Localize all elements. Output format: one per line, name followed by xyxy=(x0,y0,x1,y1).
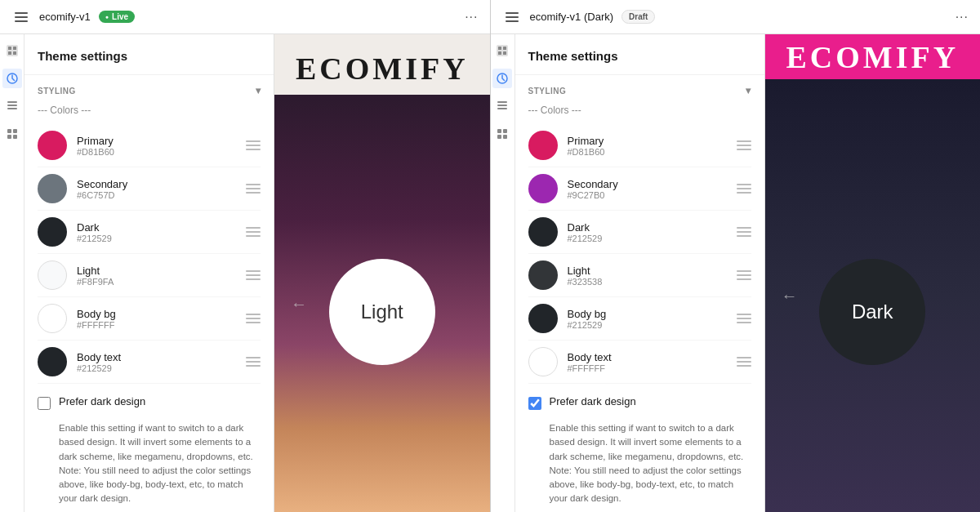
right-color-info-2: Dark #212529 xyxy=(568,221,737,243)
right-sidebar-grid[interactable] xyxy=(492,124,512,144)
left-color-item-0[interactable]: Primary #D81B60 xyxy=(38,124,261,167)
left-color-name-2: Dark xyxy=(77,221,246,234)
right-color-menu-3[interactable] xyxy=(737,270,751,280)
left-preview-arrow[interactable]: ← xyxy=(291,294,307,313)
svg-rect-61 xyxy=(737,278,751,280)
left-sidebar-grid[interactable] xyxy=(2,124,22,144)
right-sidebar-home[interactable] xyxy=(492,41,512,60)
left-color-item-1[interactable]: Secondary #6C757D xyxy=(38,167,261,211)
left-sidebar xyxy=(0,34,24,512)
svg-rect-64 xyxy=(737,322,751,323)
svg-rect-48 xyxy=(497,135,501,139)
left-color-menu-4[interactable] xyxy=(246,314,261,323)
svg-rect-66 xyxy=(737,361,751,363)
svg-rect-43 xyxy=(497,105,507,106)
svg-rect-18 xyxy=(246,149,261,150)
svg-rect-44 xyxy=(497,108,507,109)
right-color-hex-3: #323538 xyxy=(568,277,737,287)
right-color-name-4: Body bg xyxy=(568,308,737,320)
left-colors-list: Primary #D81B60 Secondary #6C757D xyxy=(38,124,261,384)
right-styling-section: STYLING ▾ --- Colors --- Primary #D81B60 xyxy=(515,75,764,384)
left-theme-panel: Theme settings STYLING ▾ --- Colors --- … xyxy=(24,34,274,512)
svg-rect-62 xyxy=(737,314,751,315)
right-prefer-dark-checkbox[interactable] xyxy=(528,397,541,410)
svg-rect-1 xyxy=(15,16,28,18)
svg-rect-21 xyxy=(246,192,261,194)
left-color-hex-0: #D81B60 xyxy=(77,147,246,157)
left-color-name-5: Body text xyxy=(77,351,246,363)
left-prefer-dark: Prefer dark design xyxy=(24,384,274,416)
left-panel-menu[interactable]: ··· xyxy=(465,10,478,24)
svg-rect-38 xyxy=(498,47,501,50)
svg-rect-3 xyxy=(7,45,18,56)
right-color-menu-2[interactable] xyxy=(737,227,751,237)
right-styling-chevron[interactable]: ▾ xyxy=(746,85,751,96)
left-color-item-2[interactable]: Dark #212529 xyxy=(38,211,261,254)
left-color-swatch-2 xyxy=(38,217,67,247)
right-sidebar-layers[interactable] xyxy=(492,96,512,116)
right-panel-menu[interactable]: ··· xyxy=(956,10,969,24)
left-color-menu-5[interactable] xyxy=(246,357,261,367)
left-color-info-3: Light #F8F9FA xyxy=(77,265,246,287)
right-color-item-4[interactable]: Body bg #212529 xyxy=(528,297,751,341)
right-color-item-1[interactable]: Secondary #9C27B0 xyxy=(528,167,751,211)
right-preview-circle: Dark xyxy=(819,259,925,365)
right-color-item-2[interactable]: Dark #212529 xyxy=(528,211,751,254)
svg-rect-26 xyxy=(246,274,261,276)
left-sidebar-home[interactable] xyxy=(2,41,22,60)
left-color-menu-2[interactable] xyxy=(246,227,261,237)
left-styling-section: STYLING ▾ --- Colors --- Primary #D81B60 xyxy=(24,75,274,384)
right-colors-list: Primary #D81B60 Secondary #9C27B0 xyxy=(528,124,751,384)
svg-rect-53 xyxy=(737,184,751,185)
left-prefer-dark-checkbox[interactable] xyxy=(38,397,51,410)
right-preview-header-bar: ECOMIFY xyxy=(765,34,981,79)
right-color-menu-4[interactable] xyxy=(737,314,751,323)
right-preview-arrow[interactable]: ← xyxy=(782,287,798,305)
left-color-item-3[interactable]: Light #F8F9FA xyxy=(38,254,261,297)
svg-rect-14 xyxy=(7,135,11,139)
right-color-name-5: Body text xyxy=(568,351,737,363)
left-preview-bg: ECOMIFY Light ← xyxy=(274,34,490,512)
left-sidebar-layers[interactable] xyxy=(2,96,22,116)
right-color-swatch-2 xyxy=(528,217,558,247)
right-color-menu-1[interactable] xyxy=(737,184,751,194)
left-styling-chevron[interactable]: ▾ xyxy=(256,85,261,96)
right-color-info-0: Primary #D81B60 xyxy=(568,135,737,157)
right-theme-panel: Theme settings STYLING ▾ --- Colors --- … xyxy=(515,34,765,512)
right-color-item-0[interactable]: Primary #D81B60 xyxy=(528,124,751,167)
left-sidebar-theme[interactable] xyxy=(2,69,22,88)
left-color-menu-3[interactable] xyxy=(246,270,261,280)
right-color-item-5[interactable]: Body text #FFFFFF xyxy=(528,341,751,384)
left-colors-title: --- Colors --- xyxy=(38,105,261,116)
svg-rect-13 xyxy=(13,129,17,133)
left-color-name-1: Secondary xyxy=(77,178,246,190)
right-preview-bg: ECOMIFY Dark ← xyxy=(765,34,981,512)
right-nav-icon[interactable] xyxy=(502,7,522,27)
right-sidebar-theme[interactable] xyxy=(492,69,512,88)
svg-rect-10 xyxy=(7,108,17,109)
left-color-info-0: Primary #D81B60 xyxy=(77,135,246,157)
left-color-swatch-0 xyxy=(38,131,67,160)
right-color-item-3[interactable]: Light #323538 xyxy=(528,254,751,297)
svg-rect-20 xyxy=(246,188,261,189)
right-preview-brand: ECOMIFY xyxy=(786,39,959,75)
svg-rect-52 xyxy=(737,149,751,150)
left-color-item-5[interactable]: Body text #212529 xyxy=(38,341,261,384)
svg-rect-34 xyxy=(506,12,519,14)
svg-rect-30 xyxy=(246,322,261,323)
left-panel-title: ecomify-v1 xyxy=(39,11,91,23)
right-prefer-dark-label[interactable]: Prefer dark design xyxy=(550,395,636,407)
right-panel-body: Theme settings STYLING ▾ --- Colors --- … xyxy=(491,34,981,512)
right-color-info-3: Light #323538 xyxy=(568,265,737,287)
left-nav-icon[interactable] xyxy=(11,7,31,27)
left-color-hex-3: #F8F9FA xyxy=(77,277,246,287)
svg-rect-33 xyxy=(246,365,261,367)
left-color-hex-1: #6C757D xyxy=(77,190,246,200)
svg-rect-40 xyxy=(498,51,501,55)
right-color-menu-0[interactable] xyxy=(737,140,751,150)
left-color-menu-1[interactable] xyxy=(246,184,261,194)
right-color-menu-5[interactable] xyxy=(737,357,751,367)
left-color-item-4[interactable]: Body bg #FFFFFF xyxy=(38,297,261,341)
left-prefer-dark-label[interactable]: Prefer dark design xyxy=(59,395,145,407)
left-color-menu-0[interactable] xyxy=(246,140,261,150)
